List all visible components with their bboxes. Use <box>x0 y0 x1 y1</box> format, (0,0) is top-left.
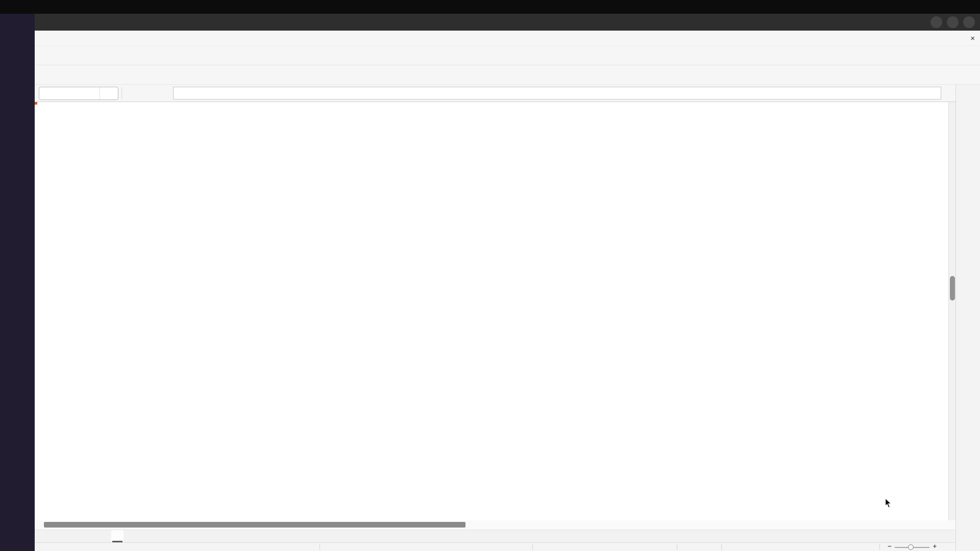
function-wizard-button[interactable] <box>125 87 138 100</box>
select-function-button[interactable] <box>138 87 152 100</box>
first-sheet-button[interactable] <box>38 531 50 542</box>
restore-button[interactable] <box>947 16 959 28</box>
libreoffice-calc-icon <box>47 3 55 11</box>
menubar: × <box>35 31 980 46</box>
system-top-bar <box>0 0 980 14</box>
equals-icon <box>159 88 169 98</box>
close-icon <box>966 19 972 26</box>
chevron-down-icon <box>105 90 112 96</box>
libreoffice-calc-window: × <box>35 14 980 551</box>
notification-bell-icon <box>488 4 496 12</box>
zoom-in-button[interactable]: + <box>933 542 937 550</box>
last-sheet-icon <box>77 533 85 540</box>
horizontal-scrollbar[interactable] <box>35 520 955 530</box>
previous-sheet-icon <box>53 533 60 540</box>
mouse-cursor <box>883 497 894 509</box>
minimize-icon <box>933 19 940 26</box>
name-box <box>39 87 118 100</box>
formula-bar <box>35 85 955 102</box>
name-box-dropdown[interactable] <box>100 87 117 99</box>
add-sheet-button[interactable] <box>90 531 103 542</box>
standard-toolbar <box>35 46 980 65</box>
fill-handle[interactable] <box>35 102 38 105</box>
minimize-button[interactable] <box>930 16 942 28</box>
spreadsheet-area <box>35 102 955 520</box>
sigma-icon <box>140 88 150 98</box>
expand-formula-bar-button[interactable] <box>941 87 952 100</box>
cell-reference-input[interactable] <box>39 89 100 97</box>
zoom-slider[interactable]: − + <box>888 543 937 550</box>
zoom-out-button[interactable]: − <box>888 542 892 550</box>
insert-mode-icon[interactable] <box>683 543 691 551</box>
clock-button[interactable] <box>484 4 496 12</box>
sidebar-deck <box>955 85 980 551</box>
titlebar[interactable] <box>35 14 980 31</box>
system-tray[interactable] <box>933 3 980 11</box>
activities-button[interactable] <box>0 0 16 14</box>
close-button[interactable] <box>963 16 975 28</box>
next-sheet-button[interactable] <box>62 531 75 542</box>
chevron-down-icon <box>944 90 950 96</box>
sheet-tab-bar <box>35 530 955 542</box>
select-function-dropdown[interactable] <box>152 86 158 100</box>
previous-sheet-button[interactable] <box>50 531 62 542</box>
horizontal-scrollbar-thumb[interactable] <box>44 522 465 528</box>
zoom-slider-thumb[interactable] <box>908 544 914 550</box>
power-icon <box>965 3 973 11</box>
focused-app-indicator[interactable] <box>47 3 59 11</box>
dock <box>0 14 35 551</box>
network-icon <box>933 3 941 11</box>
last-sheet-button[interactable] <box>75 531 87 542</box>
close-document-button[interactable]: × <box>970 34 975 42</box>
status-bar: − + <box>35 542 955 551</box>
volume-icon <box>949 3 957 11</box>
clock-area <box>0 2 980 12</box>
first-sheet-icon <box>40 533 48 540</box>
formatting-toolbar <box>35 65 980 85</box>
add-sheet-icon <box>92 532 101 541</box>
signature-icon[interactable] <box>700 543 708 551</box>
function-wizard-icon <box>127 88 137 98</box>
formula-button[interactable] <box>158 87 171 100</box>
next-sheet-icon <box>65 533 72 540</box>
vertical-scrollbar-thumb[interactable] <box>950 276 955 300</box>
sheet-tab-sheet1[interactable] <box>111 530 124 542</box>
formula-input-line[interactable] <box>173 87 941 99</box>
restore-icon <box>949 19 956 26</box>
cell-cursor[interactable] <box>35 102 37 104</box>
caret-down-icon <box>152 90 158 96</box>
vertical-scrollbar[interactable] <box>948 102 955 520</box>
